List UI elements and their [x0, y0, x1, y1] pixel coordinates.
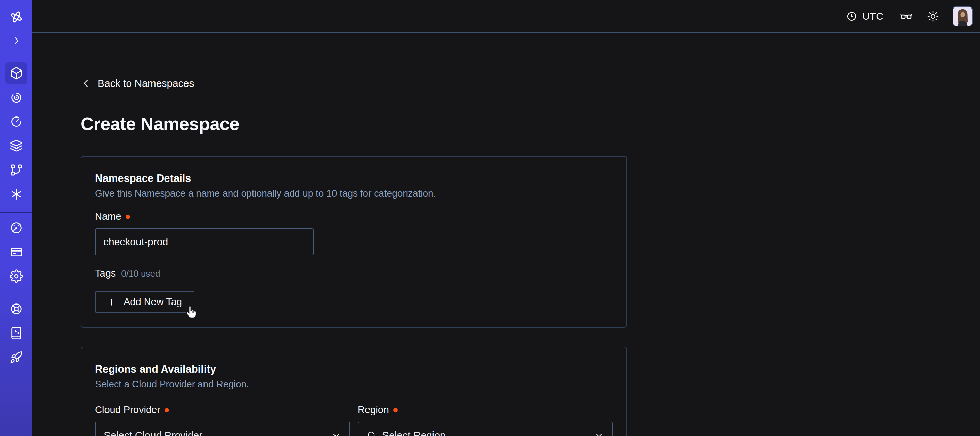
- sidebar-item-nexus[interactable]: [5, 183, 27, 205]
- clock-icon: [846, 11, 858, 22]
- life-buoy-icon: [10, 302, 23, 316]
- sidebar-item-billing[interactable]: [5, 241, 27, 263]
- sidebar-item-docs[interactable]: [5, 322, 27, 344]
- cloud-provider-label-row: Cloud Provider: [95, 404, 350, 415]
- main-content: Back to Namespaces Create Namespace Name…: [32, 34, 980, 436]
- gear-icon: [10, 270, 23, 283]
- region-select[interactable]: Select Region: [358, 422, 613, 436]
- chevron-down-icon: [331, 430, 341, 436]
- add-new-tag-button[interactable]: Add New Tag: [95, 291, 194, 313]
- cloud-provider-placeholder: Select Cloud Provider: [104, 430, 202, 436]
- sidebar-nav-help: [5, 298, 27, 371]
- timer-icon: [10, 115, 23, 128]
- card-title: Namespace Details: [95, 172, 613, 185]
- sun-icon: [927, 10, 939, 22]
- back-to-namespaces-link[interactable]: Back to Namespaces: [81, 77, 194, 89]
- sidebar-divider: [0, 212, 32, 212]
- region-placeholder: Select Region: [382, 430, 446, 436]
- namespace-details-card: Namespace Details Give this Namespace a …: [81, 156, 627, 328]
- gauge-icon: [10, 221, 23, 235]
- user-avatar[interactable]: [953, 6, 972, 26]
- theme-toggle-button[interactable]: [927, 10, 939, 22]
- branch-icon: [10, 163, 23, 177]
- tags-label: Tags: [95, 268, 116, 279]
- timezone-label: UTC: [862, 11, 883, 22]
- add-new-tag-label: Add New Tag: [124, 296, 182, 308]
- card-subtitle: Give this Namespace a name and optionall…: [95, 187, 613, 200]
- region-field: Region Select Region: [358, 404, 613, 436]
- name-label-row: Name: [95, 211, 613, 222]
- sidebar-item-stack[interactable]: [5, 135, 27, 157]
- search-icon: [366, 430, 377, 436]
- required-indicator-icon: [393, 408, 398, 412]
- page-title: Create Namespace: [81, 115, 980, 133]
- sidebar-item-usage[interactable]: [5, 217, 27, 239]
- glasses-icon: [900, 10, 913, 23]
- cloud-provider-select[interactable]: Select Cloud Provider: [95, 422, 350, 436]
- cloud-provider-field: Cloud Provider Select Cloud Provider: [95, 404, 350, 436]
- sidebar-item-schedules[interactable]: [5, 111, 27, 133]
- sidebar-item-namespaces[interactable]: [5, 62, 27, 84]
- book-sparkles-icon: [10, 326, 23, 340]
- rocket-icon: [10, 350, 23, 364]
- sidebar-nav-primary: [5, 62, 27, 208]
- temporal-logo[interactable]: [5, 8, 27, 26]
- sidebar-item-settings[interactable]: [5, 265, 27, 287]
- namespace-name-input[interactable]: [95, 228, 314, 256]
- plus-icon: [107, 297, 117, 307]
- sidebar-item-observability[interactable]: [5, 86, 27, 108]
- spiral-icon: [10, 91, 23, 104]
- sidebar-item-deployments[interactable]: [5, 159, 27, 181]
- regions-availability-card: Regions and Availability Select a Cloud …: [81, 347, 627, 436]
- region-label: Region: [358, 404, 389, 415]
- name-label: Name: [95, 211, 121, 222]
- tags-label-row: Tags 0/10 used: [95, 268, 613, 279]
- create-namespace-page: UTC: [0, 0, 980, 436]
- temporal-logo-icon: [8, 9, 24, 25]
- timezone-button[interactable]: UTC: [846, 11, 883, 22]
- sidebar-expand-button[interactable]: [5, 33, 27, 48]
- asterisk-icon: [10, 187, 23, 201]
- sidebar: [0, 0, 32, 436]
- sidebar-item-getting-started[interactable]: [5, 347, 27, 368]
- chevron-right-icon: [11, 35, 21, 46]
- chevron-down-icon: [594, 430, 604, 436]
- back-link-label: Back to Namespaces: [98, 78, 194, 89]
- topbar: UTC: [32, 0, 980, 34]
- tags-counter: 0/10 used: [121, 268, 160, 279]
- cloud-provider-label: Cloud Provider: [95, 404, 160, 415]
- accessibility-button[interactable]: [900, 10, 913, 23]
- sidebar-nav-account: [5, 217, 27, 289]
- required-indicator-icon: [165, 408, 169, 412]
- layers-icon: [10, 139, 23, 153]
- card-subtitle: Select a Cloud Provider and Region.: [95, 378, 613, 390]
- required-indicator-icon: [126, 215, 130, 219]
- cube-icon: [10, 66, 23, 80]
- chevron-left-icon: [81, 78, 92, 89]
- credit-card-icon: [10, 245, 23, 259]
- sidebar-item-support[interactable]: [5, 298, 27, 320]
- avatar-image: [953, 7, 972, 26]
- card-title: Regions and Availability: [95, 363, 613, 375]
- sidebar-divider: [0, 292, 32, 293]
- provider-region-grid: Cloud Provider Select Cloud Provider: [95, 404, 613, 436]
- region-label-row: Region: [358, 404, 613, 415]
